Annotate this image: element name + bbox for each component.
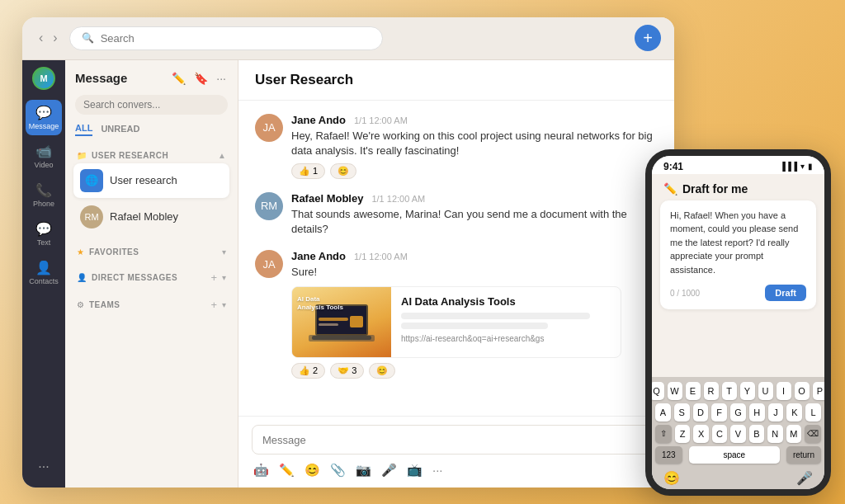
more-icon[interactable]: ··· [31, 453, 55, 481]
audio-tool-button[interactable]: 🎤 [380, 461, 399, 479]
sidebar-item-message[interactable]: 💬 Message [26, 100, 62, 135]
forward-button[interactable]: › [50, 29, 60, 47]
message-3: JA Jane Ando 1/1 12:00 AM Sure! AI DataA [255, 250, 658, 379]
link-preview-card[interactable]: AI DataAnalysis Tools [291, 286, 621, 358]
reaction-emoji-1[interactable]: 😊 [330, 163, 356, 179]
dm-add-icon[interactable]: + [210, 271, 217, 284]
filter-all-button[interactable]: ALL [75, 121, 92, 136]
attach-tool-button[interactable]: 📎 [328, 461, 347, 479]
key-w[interactable]: W [668, 382, 682, 400]
conv-item-user-research[interactable]: 🌐 User research [73, 163, 229, 198]
dm-title: DIRECT MESSAGES [92, 273, 205, 282]
svg-rect-4 [319, 318, 348, 321]
more-tools-button[interactable]: ··· [431, 461, 445, 478]
search-bar: 🔍 [69, 26, 383, 50]
key-q[interactable]: Q [649, 382, 664, 400]
favorites-header[interactable]: ★ FAVORITES ▾ [73, 244, 229, 260]
reaction-thumbsup-1[interactable]: 👍 1 [291, 163, 325, 179]
message-3-sender: Jane Ando [291, 250, 346, 262]
sidebar-item-phone[interactable]: 📞 Phone [26, 177, 62, 213]
key-m[interactable]: M [786, 425, 801, 443]
wifi-icon: ▾ [800, 162, 805, 171]
draft-button[interactable]: Draft [765, 285, 806, 301]
key-s[interactable]: S [674, 403, 690, 422]
key-x[interactable]: X [693, 425, 708, 443]
key-a[interactable]: A [655, 403, 671, 422]
key-n[interactable]: N [767, 425, 782, 443]
sidebar-item-contacts[interactable]: 👤 Contacts [26, 255, 62, 290]
reaction-handshake-3[interactable]: 🤝 3 [330, 363, 364, 379]
key-e[interactable]: E [686, 382, 701, 400]
emoji-keyboard-icon[interactable]: 😊 [663, 470, 680, 486]
message-2-time: 1/1 12:00 AM [371, 194, 425, 204]
draft-counter: 0 / 1000 [670, 289, 700, 298]
more-options-button[interactable]: ··· [215, 70, 228, 87]
search-input[interactable] [101, 32, 371, 45]
link-preview-image: AI DataAnalysis Tools [292, 287, 391, 357]
favorites-section: ★ FAVORITES ▾ [65, 239, 238, 263]
screen-tool-button[interactable]: 📺 [405, 461, 424, 479]
format-tool-button[interactable]: ✏️ [277, 461, 296, 479]
ai-tool-button[interactable]: 🤖 [252, 461, 271, 479]
keyboard-bottom-row: 123 space return [655, 446, 821, 464]
backspace-key[interactable]: ⌫ [805, 425, 821, 443]
dm-header[interactable]: 👤 DIRECT MESSAGES + ▾ [73, 268, 229, 287]
draft-footer: 0 / 1000 Draft [670, 285, 806, 301]
numbers-key[interactable]: 123 [655, 446, 682, 464]
message-input[interactable] [262, 434, 650, 446]
key-l[interactable]: L [805, 403, 821, 422]
user-research-section: 📁 USER RESEARCH ▲ 🌐 User research RM Raf… [65, 143, 238, 239]
user-research-header[interactable]: 📁 USER RESEARCH ▲ [73, 148, 229, 163]
key-t[interactable]: T [722, 382, 737, 400]
reaction-thumbsup-3[interactable]: 👍 2 [291, 363, 325, 379]
teams-section: ⚙ TEAMS + ▾ [65, 290, 238, 318]
add-button[interactable]: + [635, 25, 661, 51]
phone-bottom-bar: 😊 🎤 [652, 467, 824, 489]
search-icon: 🔍 [82, 32, 94, 44]
key-g[interactable]: G [730, 403, 746, 422]
key-u[interactable]: U [758, 382, 773, 400]
key-j[interactable]: J [768, 403, 784, 422]
message-3-content: Jane Ando 1/1 12:00 AM Sure! AI DataAnal… [291, 250, 658, 379]
return-key[interactable]: return [786, 446, 821, 464]
teams-header[interactable]: ⚙ TEAMS + ▾ [73, 295, 229, 314]
compose-button[interactable]: ✏️ [170, 70, 187, 87]
key-i[interactable]: I [777, 382, 791, 400]
filter-unread-button[interactable]: UNREAD [101, 121, 139, 136]
key-f[interactable]: F [711, 403, 727, 422]
rafael-avatar-2: RM [255, 192, 283, 220]
sidebar-icons: M 💬 Message 📹 Video 📞 Phone 💬 Text [22, 60, 65, 488]
bookmark-button[interactable]: 🔖 [192, 70, 210, 87]
avatar: M [32, 67, 55, 90]
key-v[interactable]: V [730, 425, 745, 443]
app-body: M 💬 Message 📹 Video 📞 Phone 💬 Text [22, 60, 674, 488]
microphone-icon[interactable]: 🎤 [796, 470, 813, 486]
top-bar: ‹ › 🔍 + [22, 17, 674, 60]
favorites-collapse-icon: ▾ [222, 247, 226, 257]
key-p[interactable]: P [813, 382, 828, 400]
key-o[interactable]: O [795, 382, 810, 400]
emoji-tool-button[interactable]: 😊 [303, 461, 322, 479]
message-1-content: Jane Ando 1/1 12:00 AM Hey, Rafael! We'r… [291, 114, 658, 179]
key-k[interactable]: K [786, 403, 802, 422]
conv-search-input[interactable] [75, 95, 228, 115]
key-c[interactable]: C [712, 425, 727, 443]
back-button[interactable]: ‹ [35, 29, 46, 47]
sidebar-item-text[interactable]: 💬 Text [26, 216, 62, 252]
key-d[interactable]: D [693, 403, 709, 422]
space-key[interactable]: space [689, 446, 780, 464]
reaction-emoji-3[interactable]: 😊 [369, 363, 395, 379]
key-r[interactable]: R [704, 382, 719, 400]
chat-title: User Research [255, 72, 353, 87]
conv-item-rafael[interactable]: RM Rafael Mobley [73, 200, 229, 234]
key-b[interactable]: B [749, 425, 764, 443]
key-y[interactable]: Y [740, 382, 755, 400]
sidebar-item-video[interactable]: 📹 Video [26, 139, 62, 174]
key-h[interactable]: H [749, 403, 765, 422]
user-research-title: USER RESEARCH [92, 151, 213, 160]
key-z[interactable]: Z [675, 425, 690, 443]
shift-key[interactable]: ⇧ [655, 425, 672, 443]
draft-title: Draft for me [682, 182, 748, 195]
image-tool-button[interactable]: 📷 [354, 461, 373, 479]
teams-add-icon[interactable]: + [210, 299, 217, 311]
